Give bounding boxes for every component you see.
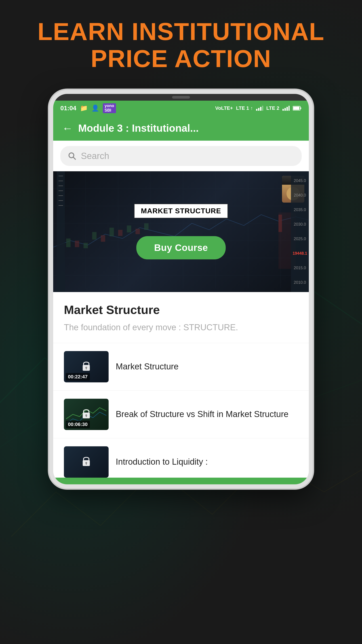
svg-rect-49 xyxy=(86,463,87,465)
video-item[interactable]: 00:22:47 Market Structure xyxy=(53,343,309,390)
status-time: 01:04 xyxy=(60,105,76,112)
svg-rect-30 xyxy=(75,240,79,247)
svg-rect-12 xyxy=(300,107,301,109)
module-header-title: Module 3 : Institutional... xyxy=(78,122,300,134)
volte-label: VoLTE+ xyxy=(215,105,233,111)
file-icon: 📁 xyxy=(80,104,88,112)
svg-rect-5 xyxy=(260,107,261,111)
lte1-label: LTE 1 ↑ xyxy=(236,105,253,111)
person-icon: 👤 xyxy=(91,104,99,112)
lock-icon-2 xyxy=(81,408,91,419)
svg-rect-36 xyxy=(127,226,131,232)
video-duration-2: 00:06:30 xyxy=(66,420,90,428)
left-toolbar xyxy=(57,171,65,292)
video-title-3: Introduction to Liquidity : xyxy=(116,456,208,468)
bottom-green-bar xyxy=(53,478,309,484)
svg-rect-46 xyxy=(86,415,87,417)
search-input[interactable]: Search xyxy=(81,151,109,161)
signal-icon1 xyxy=(256,106,263,111)
yono-label: yono xyxy=(105,104,114,108)
video-duration-1: 00:22:47 xyxy=(66,373,90,380)
svg-rect-8 xyxy=(285,108,286,111)
phone-speaker xyxy=(172,96,190,98)
svg-rect-7 xyxy=(283,109,284,111)
svg-rect-33 xyxy=(101,235,105,242)
signal-icon2 xyxy=(283,106,290,111)
module-subtitle: The foundation of every move : STRUCTURE… xyxy=(64,321,298,334)
headline-line2: PRICE ACTION xyxy=(37,45,325,72)
phone-frame: 01:04 📁 👤 yono SBI VoLTE+ LTE 1 ↑ xyxy=(49,90,313,488)
svg-rect-40 xyxy=(278,214,282,232)
svg-rect-3 xyxy=(256,109,257,111)
right-axis: 2045.0 2040.0 2035.0 2030.0 2025.0 19448… xyxy=(291,171,309,292)
back-button[interactable]: ← xyxy=(62,122,73,134)
page-headline: LEARN INSTITUTIONAL PRICE ACTION xyxy=(24,18,338,72)
content-area: Market Structure The foundation of every… xyxy=(53,292,309,334)
status-bar: 01:04 📁 👤 yono SBI VoLTE+ LTE 1 ↑ xyxy=(53,100,309,116)
video-list: 00:22:47 Market Structure xyxy=(53,343,309,478)
video-thumb-bg-1: 00:22:47 xyxy=(64,351,109,382)
status-left: 01:04 📁 👤 yono SBI xyxy=(60,103,116,113)
video-thumbnail: 2045.0 2040.0 2035.0 2030.0 2025.0 19448… xyxy=(53,171,309,292)
video-thumb-3 xyxy=(64,446,109,478)
search-bar[interactable]: Search xyxy=(60,146,302,166)
svg-rect-43 xyxy=(86,368,87,370)
sbi-label: SBI xyxy=(105,108,114,113)
video-thumb-1: 00:22:47 xyxy=(64,351,109,382)
svg-line-15 xyxy=(73,157,76,160)
module-title: Market Structure xyxy=(64,303,298,317)
svg-rect-34 xyxy=(109,228,114,236)
video-title-1: Market Structure xyxy=(116,361,179,372)
yono-badge: yono SBI xyxy=(103,103,116,113)
svg-rect-32 xyxy=(92,232,96,240)
market-structure-label: MARKET STRUCTURE xyxy=(134,204,228,218)
video-item-2[interactable]: 00:06:30 Break of Structure vs Shift in … xyxy=(53,390,309,438)
video-thumb-bg-3 xyxy=(64,446,109,478)
headline-line1: LEARN INSTITUTIONAL xyxy=(37,18,325,45)
svg-rect-4 xyxy=(258,108,259,111)
app-header: ← Module 3 : Institutional... xyxy=(53,116,309,141)
svg-rect-29 xyxy=(66,238,70,247)
video-center-content: MARKET STRUCTURE Buy Course xyxy=(134,204,228,260)
search-icon xyxy=(67,152,76,160)
video-thumb-2: 00:06:30 xyxy=(64,399,109,430)
video-title-2: Break of Structure vs Shift in Market St… xyxy=(116,408,289,420)
phone-mockup: 01:04 📁 👤 yono SBI VoLTE+ LTE 1 ↑ xyxy=(49,90,313,488)
svg-point-14 xyxy=(69,153,74,158)
svg-rect-31 xyxy=(84,243,88,248)
phone-top-bar xyxy=(53,94,309,100)
svg-rect-35 xyxy=(118,230,122,236)
svg-rect-6 xyxy=(262,106,263,111)
battery-icon xyxy=(293,106,302,111)
buy-course-button[interactable]: Buy Course xyxy=(136,236,226,260)
status-right: VoLTE+ LTE 1 ↑ LTE 2 xyxy=(215,105,302,111)
lock-icon-1 xyxy=(81,360,91,371)
video-thumb-bg-2: 00:06:30 xyxy=(64,399,109,430)
svg-rect-10 xyxy=(289,106,290,111)
lte2-label: LTE 2 xyxy=(266,105,279,111)
svg-rect-13 xyxy=(293,107,300,110)
lock-icon-3 xyxy=(81,455,91,466)
video-item-3[interactable]: Introduction to Liquidity : xyxy=(53,438,309,478)
search-container: Search xyxy=(53,141,309,171)
svg-rect-9 xyxy=(287,107,288,111)
